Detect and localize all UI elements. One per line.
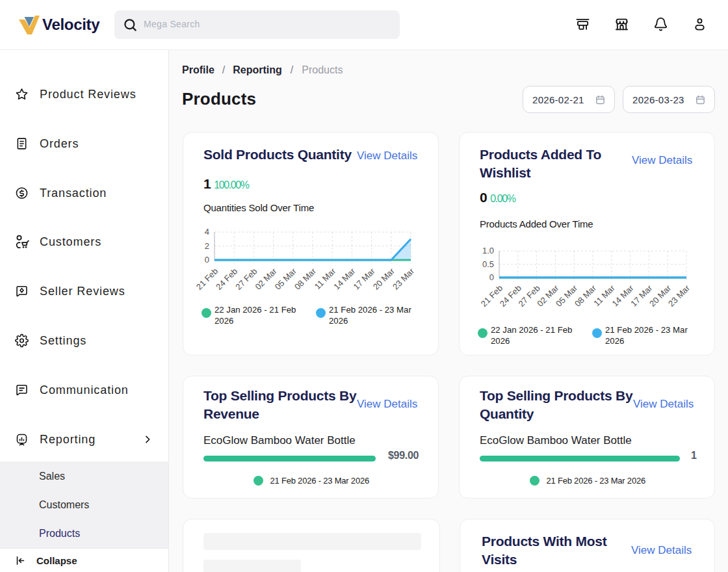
svg-text:08 Mar: 08 Mar <box>292 266 318 292</box>
svg-text:23 Mar: 23 Mar <box>391 266 417 292</box>
svg-text:1.0: 1.0 <box>482 246 494 255</box>
svg-text:0: 0 <box>489 272 494 282</box>
svg-text:21 Feb: 21 Feb <box>194 266 220 292</box>
svg-text:2: 2 <box>205 241 209 251</box>
svg-text:0: 0 <box>205 255 209 265</box>
svg-text:24 Feb: 24 Feb <box>214 266 239 292</box>
svg-text:0.5: 0.5 <box>482 259 494 269</box>
svg-text:4: 4 <box>205 227 209 237</box>
svg-text:27 Feb: 27 Feb <box>233 266 259 292</box>
svg-text:23 Mar: 23 Mar <box>666 283 692 309</box>
